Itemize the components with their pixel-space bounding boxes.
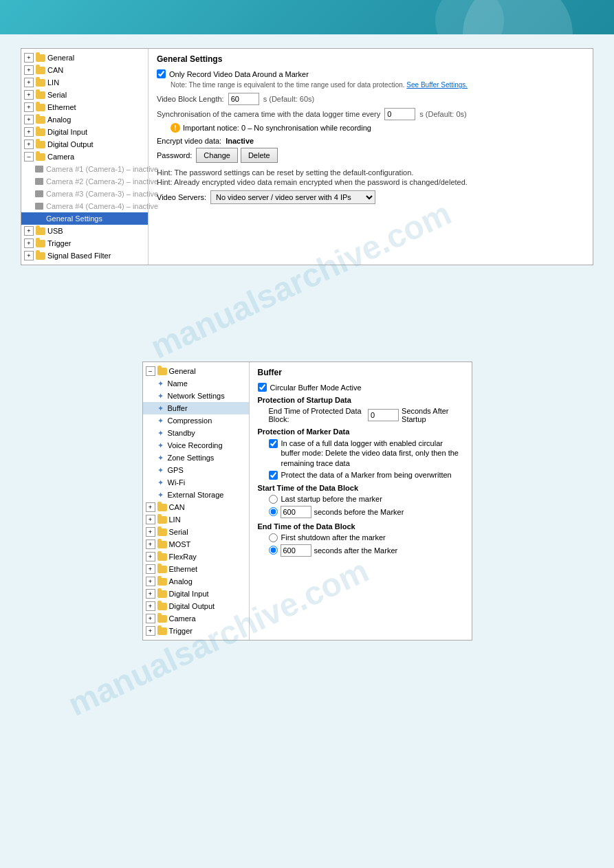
circular-buffer-checkbox[interactable]: [258, 383, 267, 392]
tree2-serial[interactable]: + Serial: [143, 526, 249, 538]
expand2-serial[interactable]: +: [146, 527, 155, 537]
camera-icon-1: [34, 164, 45, 175]
tree2-general[interactable]: – General: [143, 365, 249, 377]
seconds-after-input[interactable]: [281, 544, 311, 557]
spacer: [21, 279, 593, 361]
sync-input[interactable]: [384, 108, 415, 120]
expand-signal-filter[interactable]: +: [24, 251, 34, 260]
tree2-digital-input[interactable]: + Digital Input: [143, 588, 249, 600]
tree-item-trigger[interactable]: + Trigger: [21, 237, 148, 249]
page-icon2-buffer: ✦: [155, 403, 166, 414]
tree2-ethernet[interactable]: + Ethernet: [143, 563, 249, 575]
expand2-camera[interactable]: +: [146, 614, 155, 623]
tree-item-camera2[interactable]: Camera #2 (Camera-2) – inactive: [21, 175, 148, 188]
video-servers-select[interactable]: No video server / video server with 4 IP…: [210, 190, 375, 204]
expand2-general[interactable]: –: [146, 366, 155, 376]
tree-item-digital-input[interactable]: + Digital Input: [21, 126, 148, 138]
expand-usb[interactable]: +: [24, 226, 34, 236]
folder-icon2-most: [157, 539, 168, 550]
page-icon2-external: ✦: [155, 489, 166, 500]
expand2-can[interactable]: +: [146, 502, 155, 512]
tree2-network[interactable]: ✦ Network Settings: [143, 390, 249, 402]
folder-icon2-serial: [157, 526, 168, 537]
tree2-compression[interactable]: ✦ Compression: [143, 414, 249, 427]
expand-can[interactable]: +: [24, 65, 34, 75]
expand-digital-input[interactable]: +: [24, 127, 34, 137]
expand2-flexray[interactable]: +: [146, 552, 155, 561]
encrypt-value: Inactive: [226, 137, 254, 145]
radio-last-startup[interactable]: [269, 495, 278, 504]
tree2-can[interactable]: + CAN: [143, 501, 249, 513]
cb-marker2-checkbox[interactable]: [269, 471, 278, 480]
radio-seconds-after[interactable]: [269, 546, 278, 555]
radio-seconds-before-row: seconds before the Marker: [269, 506, 463, 518]
expand2-digital-input[interactable]: +: [146, 589, 155, 599]
expand-trigger[interactable]: +: [24, 238, 34, 248]
expand2-analog[interactable]: +: [146, 577, 155, 586]
radio-first-shutdown[interactable]: [269, 533, 278, 542]
tree2-external-storage[interactable]: ✦ External Storage: [143, 489, 249, 501]
expand-analog[interactable]: +: [24, 115, 34, 124]
tree2-name[interactable]: ✦ Name: [143, 377, 249, 390]
tree-item-general-settings[interactable]: General Settings: [21, 212, 148, 225]
radio-last-startup-row: Last startup before the marker: [269, 495, 463, 504]
tree-item-signal-filter[interactable]: + Signal Based Filter: [21, 249, 148, 262]
see-buffer-link[interactable]: See Buffer Settings.: [406, 81, 468, 89]
tree2-wifi[interactable]: ✦ Wi-Fi: [143, 476, 249, 489]
tree2-zone-settings[interactable]: ✦ Zone Settings: [143, 452, 249, 464]
expand-serial[interactable]: +: [24, 90, 34, 100]
tree-item-camera1[interactable]: Camera #1 (Camera-1) – inactive: [21, 163, 148, 175]
tree2-digital-output[interactable]: + Digital Output: [143, 600, 249, 612]
cb-marker1-checkbox[interactable]: [269, 439, 278, 448]
expand-general[interactable]: +: [24, 53, 34, 63]
expand2-most[interactable]: +: [146, 539, 155, 549]
page-icon2-compression: ✦: [155, 415, 166, 426]
seconds-before-input[interactable]: [281, 506, 311, 518]
tree2-buffer[interactable]: ✦ Buffer: [143, 402, 249, 414]
end-time-input[interactable]: [368, 409, 399, 421]
page-icon2-standby: ✦: [155, 427, 166, 438]
tree-item-lin[interactable]: + LIN: [21, 76, 148, 89]
expand2-digital-output[interactable]: +: [146, 601, 155, 611]
folder-icon2-di: [157, 588, 168, 599]
tree2-flexray[interactable]: + FlexRay: [143, 550, 249, 563]
tree2-camera[interactable]: + Camera: [143, 612, 249, 625]
startup-block: End Time of Protected Data Block: Second…: [269, 407, 463, 423]
tree2-analog[interactable]: + Analog: [143, 575, 249, 588]
folder-icon-ethernet: [35, 102, 46, 113]
tree-item-digital-output[interactable]: + Digital Output: [21, 138, 148, 151]
expand-camera[interactable]: –: [24, 152, 34, 162]
expand-digital-output[interactable]: +: [24, 140, 34, 149]
panel1-title: General Settings: [157, 54, 584, 64]
delete-button[interactable]: Delete: [241, 148, 278, 163]
tree-item-can[interactable]: + CAN: [21, 64, 148, 76]
tree-item-general[interactable]: + General: [21, 52, 148, 64]
radio-seconds-before[interactable]: [269, 507, 278, 516]
expand2-ethernet[interactable]: +: [146, 564, 155, 574]
tree-item-camera3[interactable]: Camera #3 (Camera-3) – inactive: [21, 188, 148, 200]
expand2-lin[interactable]: +: [146, 515, 155, 524]
tree-item-usb[interactable]: + USB: [21, 225, 148, 237]
expand2-trigger[interactable]: +: [146, 626, 155, 636]
video-block-length-input[interactable]: [228, 93, 259, 105]
panel2-wrapper: – General ✦ Name ✦ Network Settings ✦ Bu…: [21, 361, 593, 654]
only-record-checkbox[interactable]: [157, 69, 166, 78]
expand-ethernet[interactable]: +: [24, 102, 34, 112]
tree2-gps[interactable]: ✦ GPS: [143, 464, 249, 476]
tree2-voice-recording[interactable]: ✦ Voice Recording: [143, 439, 249, 452]
expand-lin[interactable]: +: [24, 78, 34, 87]
page-icon2-wifi: ✦: [155, 477, 166, 488]
tree2-standby[interactable]: ✦ Standby: [143, 427, 249, 439]
folder-icon2-camera: [157, 613, 168, 624]
tree-item-camera[interactable]: – Camera: [21, 151, 148, 163]
tree-item-camera4[interactable]: Camera #4 (Camera-4) – inactive: [21, 200, 148, 212]
start-time-title: Start Time of the Data Block: [258, 484, 463, 492]
end-time-row: End Time of Protected Data Block: Second…: [269, 407, 463, 423]
tree2-most[interactable]: + MOST: [143, 538, 249, 550]
tree-item-analog[interactable]: + Analog: [21, 113, 148, 126]
change-button[interactable]: Change: [196, 148, 238, 163]
tree-item-serial[interactable]: + Serial: [21, 89, 148, 101]
tree2-trigger[interactable]: + Trigger: [143, 625, 249, 637]
tree-item-ethernet[interactable]: + Ethernet: [21, 101, 148, 113]
tree2-lin[interactable]: + LIN: [143, 513, 249, 526]
